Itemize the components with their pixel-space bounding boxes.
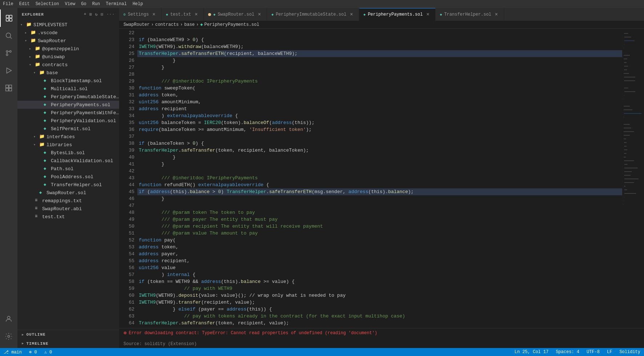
tree-item-multicall[interactable]: ◆Multicall.sol	[17, 85, 119, 93]
tab-PeripheryImmutableState-sol[interactable]: ◆PeripheryImmutableState.sol×	[267, 8, 359, 21]
tree-item-libraries[interactable]: ▾📁libraries	[17, 141, 119, 149]
line-number-58: 58	[119, 278, 134, 285]
search-icon[interactable]	[0, 27, 17, 44]
breadcrumb-part-2[interactable]: base	[184, 22, 195, 27]
tab-close-button[interactable]: ×	[193, 12, 199, 17]
tree-item-openzeppelin[interactable]: ▸📁@openzeppelin	[17, 45, 119, 53]
menu-file[interactable]: File	[3, 1, 13, 7]
account-icon[interactable]	[0, 310, 17, 328]
refresh-icon[interactable]: ↻	[95, 12, 98, 17]
tree-item-base[interactable]: ▾📁base	[17, 69, 119, 77]
code-line-55: address recipient,	[137, 257, 622, 264]
eol[interactable]: LF	[603, 348, 616, 356]
menu-view[interactable]: View	[65, 1, 75, 7]
menu-help[interactable]: Help	[133, 1, 143, 7]
indentation[interactable]: Spaces: 4	[552, 348, 583, 356]
tab-PeripheryPayments-sol[interactable]: ◆PeripheryPayments.sol×	[359, 8, 436, 21]
tab-test-txt[interactable]: ◆test.txt×	[162, 8, 204, 21]
tree-item-label-swaprouterabi: SwapRouter.abi	[42, 206, 82, 212]
more-icon[interactable]: ···	[106, 12, 115, 17]
line-number-56: 56	[119, 264, 134, 271]
line-number-51: 51	[119, 230, 134, 237]
line-number-60: 60	[119, 292, 134, 299]
line-number-41: 41	[119, 161, 134, 168]
tab-close-button[interactable]: ×	[425, 12, 431, 17]
tab-SwapRouter-sol[interactable]: ◆SwapRouter.sol×	[204, 8, 267, 21]
tab-TransferHelper-sol[interactable]: ◆TransferHelper.sol×	[436, 8, 504, 21]
warnings-status[interactable]: ⚠ 0	[41, 348, 56, 356]
tree-item-swaprouter[interactable]: ▾📁SwapRouter	[17, 37, 119, 45]
line-number-50: 50	[119, 223, 134, 230]
svg-rect-3	[9, 19, 12, 21]
menu-edit[interactable]: Edit	[19, 1, 30, 7]
extensions-icon[interactable]	[0, 79, 17, 97]
tab-close-button[interactable]: ×	[349, 12, 355, 17]
tab-file-icon: ⚙	[123, 12, 126, 17]
tree-item-callbackvalidation[interactable]: ◆CallbackValidation.sol	[17, 157, 119, 165]
tree-item-blocktimestamp[interactable]: ◆BlockTimestamp.sol	[17, 77, 119, 85]
tree-item-remappings[interactable]: ≡remappings.txt	[17, 197, 119, 205]
line-number-38: 38	[119, 140, 134, 147]
menu-terminal[interactable]: Terminal	[106, 1, 127, 7]
error-text: Error downloading contract: TypeError: C…	[129, 331, 377, 336]
tree-item-simplevstest[interactable]: ▾📁SIMPLEVSTEST	[17, 21, 119, 29]
menu-bar[interactable]: FileEditSelectionViewGoRunTerminalHelp	[3, 1, 143, 7]
breadcrumb-part-0[interactable]: SwapRouter	[123, 22, 150, 27]
cursor-position[interactable]: Ln 25, Col 17	[511, 348, 552, 356]
tab-close-button[interactable]: ×	[494, 12, 499, 17]
line-number-29: 29	[119, 78, 134, 85]
sidebar-header: EXPLORER + ⊞ ↻ ⊟ ···	[17, 8, 119, 21]
tree-item-selfpermit[interactable]: ◆SelfPermit.sol	[17, 125, 119, 133]
new-folder-icon[interactable]: ⊞	[89, 12, 92, 17]
tree-item-byteslib[interactable]: ◆BytesLib.sol	[17, 149, 119, 157]
minimap	[622, 29, 644, 328]
git-branch[interactable]: ⎇ main	[0, 348, 25, 356]
line-number-33: 33	[119, 105, 134, 112]
code-line-33: address recipient	[137, 105, 622, 112]
collapse-all-icon[interactable]: ⊟	[101, 12, 104, 17]
timeline-section[interactable]: ▶ TIMELINE	[17, 339, 119, 348]
tree-item-peripherypaymentswithfee[interactable]: ◆PeripheryPaymentsWithFee.sol	[17, 109, 119, 117]
menu-selection[interactable]: Selection	[36, 1, 59, 7]
code-content[interactable]: if (balanceWETH9 > 0) { IWETH9(WETH9).wi…	[137, 29, 622, 328]
tree-item-label-vscode: .vscode	[38, 30, 58, 36]
manage-icon[interactable]	[0, 328, 17, 345]
tab-close-button[interactable]: ×	[256, 12, 262, 17]
tree-item-swaprouterabi[interactable]: ≡SwapRouter.abi	[17, 205, 119, 213]
tree-item-testtxt[interactable]: ≡test.txt	[17, 213, 119, 221]
code-line-35: uint256 balanceToken = IERC20(token).bal…	[137, 119, 622, 126]
code-line-42	[137, 168, 622, 175]
menu-go[interactable]: Go	[81, 1, 86, 7]
tree-item-interfaces[interactable]: ▾📁interfaces	[17, 133, 119, 141]
encoding[interactable]: UTF-8	[583, 348, 603, 356]
new-file-icon[interactable]: +	[84, 12, 87, 17]
tree-item-vscode[interactable]: ▸📁.vscode	[17, 29, 119, 37]
breadcrumb-part-1[interactable]: contracts	[155, 22, 179, 27]
explorer-icon[interactable]	[0, 9, 17, 27]
tree-item-label-swaprouter: SwapRouter	[38, 38, 66, 44]
tree-item-swaproutersol[interactable]: ◆SwapRouter.sol	[17, 189, 119, 197]
tree-item-peripheryvalidation[interactable]: ◆PeripheryValidation.sol	[17, 117, 119, 125]
tree-item-peripherypayments[interactable]: ◆PeripheryPayments.sol	[17, 101, 119, 109]
tree-item-path[interactable]: ◆Path.sol	[17, 165, 119, 173]
outline-section[interactable]: ▶ OUTLINE	[17, 330, 119, 339]
file-icon: ◆	[39, 190, 45, 196]
run-debug-icon[interactable]	[0, 62, 17, 79]
tree-item-contracts[interactable]: ▾📁contracts	[17, 61, 119, 69]
tree-item-uniswap[interactable]: ▸📁@uniswap	[17, 53, 119, 61]
language-mode[interactable]: Solidity	[616, 348, 644, 356]
source-control-icon[interactable]	[0, 44, 17, 62]
line-number-28: 28	[119, 71, 134, 78]
tree-item-peripheryimmutable[interactable]: ◆PeripheryImmutableState.sol	[17, 93, 119, 101]
tab-Settings[interactable]: ⚙Settings×	[119, 8, 162, 21]
tree-item-transferhelper[interactable]: ◆TransferHelper.sol	[17, 181, 119, 189]
tab-close-button[interactable]: ×	[151, 12, 157, 17]
errors-status[interactable]: ⊗ 0	[25, 348, 41, 356]
menu-run[interactable]: Run	[92, 1, 100, 7]
svg-point-7	[9, 51, 11, 52]
activity-bar	[0, 8, 17, 348]
file-icon: ≡	[35, 198, 41, 204]
line-number-31: 31	[119, 92, 134, 99]
titlebar: FileEditSelectionViewGoRunTerminalHelp	[0, 0, 644, 8]
tree-item-pooladdress[interactable]: ◆PoolAddress.sol	[17, 173, 119, 181]
